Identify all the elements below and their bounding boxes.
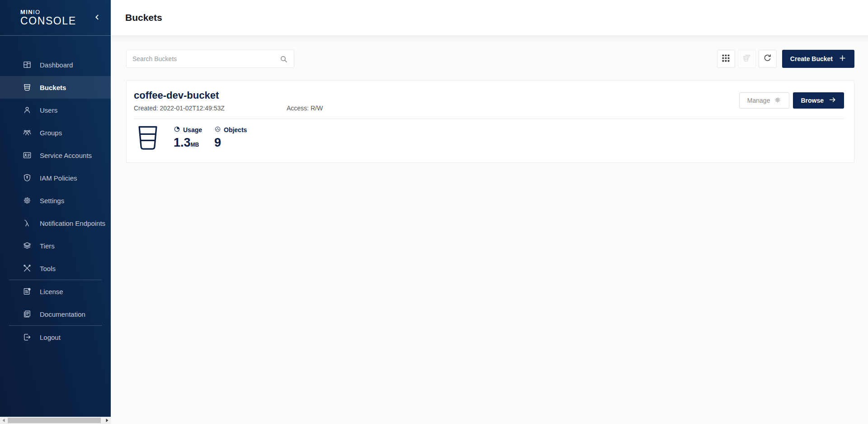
sidebar-collapse-button[interactable] xyxy=(92,12,103,23)
toolbar-actions: Create Bucket xyxy=(717,50,854,68)
sidebar-item-label: Notification Endpoints xyxy=(40,219,105,227)
bucket-card-info: coffee-dev-bucket Created: 2022-01-02T12… xyxy=(134,90,323,112)
bucket-access: Access: R/W xyxy=(287,105,323,112)
sidebar-item-label: Groups xyxy=(40,129,62,137)
sidebar-item-label: Users xyxy=(40,106,57,114)
bucket-name: coffee-dev-bucket xyxy=(134,90,323,101)
sidebar-item-notification-endpoints[interactable]: Notification Endpoints xyxy=(0,212,111,234)
plus-icon xyxy=(839,54,846,63)
main-area: Buckets xyxy=(111,0,868,424)
iam-policies-icon xyxy=(22,172,33,183)
usage-value: 1.3 xyxy=(174,136,191,149)
objects-circle-icon xyxy=(214,126,221,134)
sidebar-item-iam-policies[interactable]: IAM Policies xyxy=(0,167,111,189)
search-box xyxy=(126,50,294,68)
documentation-icon xyxy=(22,309,33,319)
sidebar-logo-row: MINIO CONSOLE xyxy=(0,0,111,36)
manage-button[interactable]: Manage xyxy=(739,92,790,109)
scrollbar-thumb[interactable] xyxy=(8,418,101,423)
chevron-left-icon xyxy=(94,14,101,22)
sidebar-item-license[interactable]: License xyxy=(0,280,111,303)
grid-view-icon xyxy=(721,53,731,64)
search-input[interactable] xyxy=(132,55,279,62)
usage-stat: Usage 1.3MB xyxy=(174,126,205,150)
sidebar-item-label: Tiers xyxy=(40,242,55,250)
content-area: Create Bucket coffee-dev-bucket Created:… xyxy=(111,36,868,424)
objects-stat: Objects 9 xyxy=(214,126,247,150)
sidebar-item-settings[interactable]: Settings xyxy=(0,189,111,212)
sidebar-item-label: Dashboard xyxy=(40,61,73,69)
settings-icon xyxy=(22,195,33,206)
sidebar-item-label: Service Accounts xyxy=(40,152,92,159)
sidebar-item-label: Settings xyxy=(40,197,64,205)
scrollbar-right-arrow-icon[interactable] xyxy=(105,418,109,423)
objects-value: 9 xyxy=(214,136,247,150)
refresh-icon xyxy=(763,53,772,64)
logout-icon xyxy=(22,332,33,343)
sidebar-item-tools[interactable]: Tools xyxy=(0,257,111,280)
sidebar-item-label: IAM Policies xyxy=(40,174,77,182)
usage-pie-icon xyxy=(174,126,180,134)
sidebar-item-groups[interactable]: Groups xyxy=(0,121,111,144)
sidebar-item-label: Documentation xyxy=(40,310,85,318)
logo-minio-text: MINIO xyxy=(20,9,76,15)
usage-label: Usage xyxy=(183,126,202,133)
objects-label: Objects xyxy=(224,126,247,133)
browse-button[interactable]: Browse xyxy=(793,92,844,109)
tiers-icon xyxy=(22,240,33,251)
sidebar-item-label: License xyxy=(40,288,63,295)
buckets-toolbar: Create Bucket xyxy=(126,50,854,68)
grid-view-button[interactable] xyxy=(717,50,735,68)
minio-console-app: MINIO CONSOLE DashboardBucketsUsersGroup… xyxy=(0,0,868,424)
sidebar: MINIO CONSOLE DashboardBucketsUsersGroup… xyxy=(0,0,111,424)
tools-icon xyxy=(22,263,33,274)
groups-icon xyxy=(22,127,33,138)
bucket-icon xyxy=(138,126,157,151)
minio-console-logo: MINIO CONSOLE xyxy=(20,9,76,26)
sidebar-item-tiers[interactable]: Tiers xyxy=(0,234,111,257)
bucket-created-date: Created: 2022-01-02T12:49:53Z xyxy=(134,105,287,112)
list-view-button[interactable] xyxy=(738,50,756,68)
usage-unit: MB xyxy=(191,142,199,148)
logo-console-text: CONSOLE xyxy=(20,16,76,26)
list-view-icon xyxy=(742,53,751,64)
users-icon xyxy=(22,105,33,115)
create-bucket-button[interactable]: Create Bucket xyxy=(782,50,854,68)
sidebar-item-label: Logout xyxy=(40,333,61,341)
sidebar-item-label: Tools xyxy=(40,265,56,272)
search-icon xyxy=(279,55,288,63)
gear-icon xyxy=(774,96,781,105)
bucket-card: coffee-dev-bucket Created: 2022-01-02T12… xyxy=(126,80,854,163)
dashboard-icon xyxy=(22,59,33,70)
sidebar-item-logout[interactable]: Logout xyxy=(0,326,111,348)
scrollbar-left-arrow-icon[interactable] xyxy=(1,418,6,423)
license-icon xyxy=(22,286,33,297)
arrow-right-icon xyxy=(829,96,836,105)
sidebar-item-documentation[interactable]: Documentation xyxy=(0,303,111,325)
bucket-card-actions: Manage Browse xyxy=(739,90,844,109)
sidebar-item-service-accounts[interactable]: Service Accounts xyxy=(0,144,111,167)
page-header: Buckets xyxy=(111,0,868,36)
buckets-icon xyxy=(22,82,33,93)
refresh-button[interactable] xyxy=(759,50,777,68)
sidebar-item-users[interactable]: Users xyxy=(0,99,111,121)
notification-endpoints-icon xyxy=(22,218,33,229)
sidebar-menu: DashboardBucketsUsersGroupsService Accou… xyxy=(0,53,111,348)
sidebar-item-dashboard[interactable]: Dashboard xyxy=(0,53,111,76)
sidebar-item-label: Buckets xyxy=(40,84,66,91)
service-accounts-icon xyxy=(22,150,33,161)
sidebar-item-buckets[interactable]: Buckets xyxy=(0,76,111,99)
horizontal-scrollbar[interactable] xyxy=(0,417,111,424)
page-title: Buckets xyxy=(125,12,162,23)
